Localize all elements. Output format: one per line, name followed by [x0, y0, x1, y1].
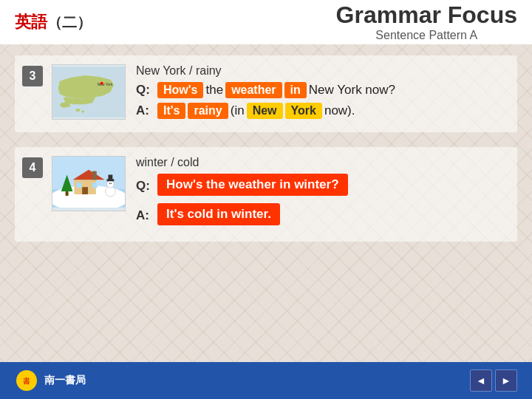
header-left: 英語（二） [15, 11, 92, 33]
logo-icon: 書 [15, 369, 38, 392]
rainy-box: rainy [188, 103, 228, 119]
now-paren-text: now). [324, 103, 355, 118]
section4-q-label: Q: [136, 179, 152, 194]
section-3: 3 New York New York / rainy [15, 55, 517, 132]
new-box: New [247, 103, 283, 119]
section4-a-text: It's cold in winter. [157, 203, 280, 225]
svg-rect-15 [76, 183, 81, 188]
svg-point-4 [75, 109, 80, 112]
in-box: in [284, 82, 307, 98]
q-label: Q: [136, 83, 152, 98]
header-right: Grammar Focus Sentence Pattern A [336, 2, 517, 41]
section-3-q-line: Q: How's the weather in New York now? [136, 82, 510, 98]
grammar-focus-title: Grammar Focus [336, 2, 517, 28]
svg-text:書: 書 [23, 377, 30, 385]
svg-rect-13 [92, 171, 97, 180]
section-4-image [52, 156, 126, 211]
footer: 書 南一書局 ◄ ► [0, 362, 532, 399]
footer-logo-text: 南一書局 [44, 374, 86, 387]
section-4: 4 [15, 147, 517, 242]
section-3-body: New York / rainy Q: How's the weather in… [136, 64, 510, 123]
section4-a-label: A: [136, 208, 152, 223]
the-text: the [205, 83, 223, 98]
svg-rect-18 [66, 191, 69, 196]
sentence-pattern: Sentence Pattern A [336, 29, 517, 42]
prev-button[interactable]: ◄ [470, 369, 492, 392]
next-button[interactable]: ► [495, 369, 517, 392]
section-3-subtitle: New York / rainy [136, 64, 510, 78]
a-label: A: [136, 103, 152, 118]
chinese-title: 英語（二） [15, 11, 92, 33]
its-box: It's [157, 103, 185, 119]
svg-text:New York: New York [98, 83, 113, 86]
section-4-number: 4 [22, 157, 43, 178]
svg-point-21 [109, 183, 111, 184]
section-4-q-line: Q: How's the weather in winter? [136, 174, 510, 199]
section4-q-text: How's the weather in winter? [157, 174, 348, 196]
svg-point-20 [106, 180, 114, 188]
hows-box: How's [157, 82, 203, 98]
york-box: York [285, 103, 322, 119]
in-paren-text: (in [231, 103, 245, 118]
svg-point-7 [100, 82, 103, 85]
weather-box: weather [225, 82, 282, 98]
section-3-image: New York [52, 64, 126, 120]
footer-logo: 書 南一書局 [15, 369, 86, 392]
main-content: 3 New York New York / rainy [0, 44, 532, 362]
footer-nav: ◄ ► [470, 369, 517, 392]
svg-rect-16 [92, 183, 98, 188]
section-3-a-line: A: It's rainy (in New York now). [136, 103, 510, 119]
section-4-a-line: A: It's cold in winter. [136, 203, 510, 228]
header: 英語（二） Grammar Focus Sentence Pattern A [0, 0, 532, 44]
svg-rect-14 [82, 187, 88, 194]
section-3-number: 3 [22, 66, 43, 86]
new-york-now-text: New York now? [309, 83, 395, 98]
svg-point-5 [81, 110, 84, 112]
svg-point-22 [111, 183, 112, 184]
svg-rect-24 [108, 174, 112, 180]
section-4-subtitle: winter / cold [136, 156, 510, 169]
section-4-body: winter / cold Q: How's the weather in wi… [136, 156, 510, 233]
